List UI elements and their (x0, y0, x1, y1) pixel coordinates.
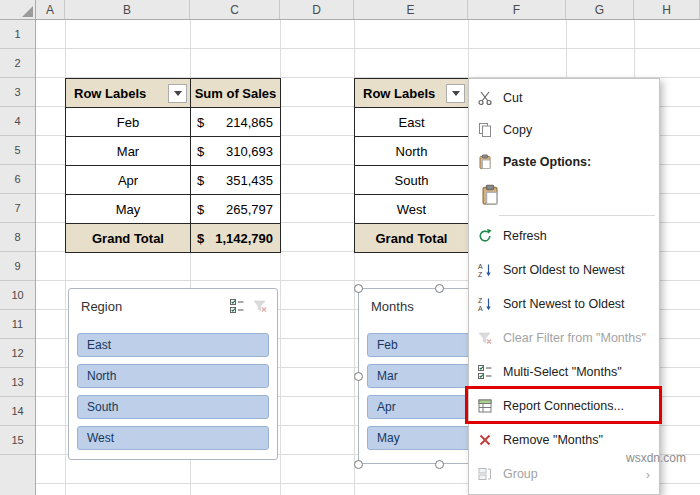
pivot-grand-total-label[interactable]: Grand Total (355, 224, 469, 253)
row-header-3[interactable]: 3 (0, 78, 35, 107)
copy-icon (476, 121, 494, 139)
pivot-cell-month[interactable]: Mar (66, 137, 191, 166)
column-header-f[interactable]: F (468, 0, 566, 19)
column-header-d[interactable]: D (280, 0, 354, 19)
row-header-1[interactable]: 1 (0, 20, 35, 49)
column-header-a[interactable]: A (36, 0, 65, 19)
slicer-region-title: Region (81, 299, 122, 314)
clear-filter-icon (251, 297, 269, 315)
filter-dropdown-button[interactable] (446, 84, 465, 103)
menu-item-label: Group (503, 467, 538, 481)
select-all-corner[interactable] (0, 0, 36, 20)
paste-option-button[interactable] (479, 184, 501, 206)
row-header-4[interactable]: 4 (0, 107, 35, 136)
dropdown-arrow-icon (174, 91, 182, 96)
sort-descending-icon: ZA (476, 295, 494, 313)
svg-text:A: A (478, 263, 483, 270)
currency-symbol: $ (197, 202, 204, 217)
annotation-highlight-box (465, 386, 662, 424)
slicer-region: Region East North South West (68, 288, 278, 460)
row-header-11[interactable]: 11 (0, 310, 35, 339)
menu-item-label: Clear Filter from "Months" (503, 331, 646, 345)
pivot-cell-region[interactable]: North (355, 137, 469, 166)
multi-select-icon (476, 363, 494, 381)
column-header-b[interactable]: B (65, 0, 190, 19)
pivot-grand-total-value[interactable]: $ 1,142,790 (191, 224, 281, 253)
filter-dropdown-button[interactable] (168, 84, 187, 103)
menu-separator (499, 215, 655, 216)
slicer-item[interactable]: West (77, 426, 269, 450)
svg-text:Z: Z (478, 297, 483, 304)
context-menu: Cut Copy Paste Options: Refresh (468, 78, 660, 495)
column-header-bar: A B C D E F G H (36, 0, 700, 20)
pivot-cell-value[interactable]: $ 310,693 (191, 137, 281, 166)
row-header-5[interactable]: 5 (0, 136, 35, 165)
row-header-6[interactable]: 6 (0, 165, 35, 194)
menu-item-label: Cut (503, 91, 522, 105)
menu-item-label: Copy (503, 123, 532, 137)
slicer-item[interactable]: East (77, 333, 269, 357)
multi-select-icon[interactable] (228, 297, 246, 315)
selection-handle[interactable] (435, 284, 444, 293)
currency-symbol: $ (197, 231, 204, 246)
row-header-13[interactable]: 13 (0, 368, 35, 397)
pivot-cell-value[interactable]: $ 351,435 (191, 166, 281, 195)
row-header-10[interactable]: 10 (0, 281, 35, 310)
pivot-cell-month[interactable]: Feb (66, 108, 191, 137)
selection-handle[interactable] (354, 460, 363, 469)
menu-item-paste-options: Paste Options: (469, 146, 659, 178)
pivot-cell-region[interactable]: South (355, 166, 469, 195)
svg-text:A: A (478, 305, 483, 312)
row-header-9[interactable]: 9 (0, 252, 35, 281)
row-header-2[interactable]: 2 (0, 49, 35, 78)
menu-item-multi-select[interactable]: Multi-Select "Months" (469, 355, 659, 389)
pivot-cell-value[interactable]: $ 214,865 (191, 108, 281, 137)
column-header-e[interactable]: E (354, 0, 468, 19)
menu-item-refresh[interactable]: Refresh (469, 219, 659, 253)
menu-item-label: Sort Oldest to Newest (503, 263, 625, 277)
pivot-cell-region[interactable]: West (355, 195, 469, 224)
value: 351,435 (226, 173, 273, 188)
menu-item-label: Remove "Months" (503, 433, 603, 447)
selection-handle[interactable] (354, 372, 363, 381)
row-header-8[interactable]: 8 (0, 223, 35, 252)
slicer-item[interactable]: South (77, 395, 269, 419)
pivot-header-row-labels[interactable]: Row Labels (355, 79, 469, 108)
menu-item-copy[interactable]: Copy (469, 114, 659, 146)
pivot-cell-value[interactable]: $ 265,797 (191, 195, 281, 224)
row-header-15[interactable]: 15 (0, 426, 35, 455)
pivot-grand-total-label[interactable]: Grand Total (66, 224, 191, 253)
pivot-cell-month[interactable]: Apr (66, 166, 191, 195)
pivot-cell-region[interactable]: East (355, 108, 469, 137)
menu-item-cut[interactable]: Cut (469, 82, 659, 114)
row-header-14[interactable]: 14 (0, 397, 35, 426)
pivot-header-sum-of-sales[interactable]: Sum of Sales (191, 79, 281, 108)
pivot-header-label: Row Labels (363, 86, 435, 101)
paste-icon (476, 153, 494, 171)
svg-text:Z: Z (478, 271, 483, 278)
menu-item-sort-newest-to-oldest[interactable]: ZA Sort Newest to Oldest (469, 287, 659, 321)
paste-options-row (469, 178, 659, 212)
menu-item-sort-oldest-to-newest[interactable]: AZ Sort Oldest to Newest (469, 253, 659, 287)
pivot-header-row-labels[interactable]: Row Labels (66, 79, 191, 108)
group-icon (476, 465, 494, 483)
watermark: wsxdn.com (626, 451, 686, 465)
clear-filter-icon (476, 329, 494, 347)
select-all-triangle-icon (22, 6, 33, 17)
remove-icon (476, 431, 494, 449)
row-header-12[interactable]: 12 (0, 339, 35, 368)
value: 214,865 (226, 115, 273, 130)
column-header-g[interactable]: G (566, 0, 634, 19)
selection-handle[interactable] (354, 284, 363, 293)
currency-symbol: $ (197, 144, 204, 159)
column-header-h[interactable]: H (634, 0, 700, 19)
dropdown-arrow-icon (452, 91, 460, 96)
row-header-7[interactable]: 7 (0, 194, 35, 223)
column-header-c[interactable]: C (190, 0, 280, 19)
pivot-header-label: Row Labels (74, 86, 146, 101)
pivot-cell-month[interactable]: May (66, 195, 191, 224)
slicer-item[interactable]: North (77, 364, 269, 388)
menu-item-label: Refresh (503, 229, 547, 243)
menu-item-label: Multi-Select "Months" (503, 365, 622, 379)
selection-handle[interactable] (435, 460, 444, 469)
